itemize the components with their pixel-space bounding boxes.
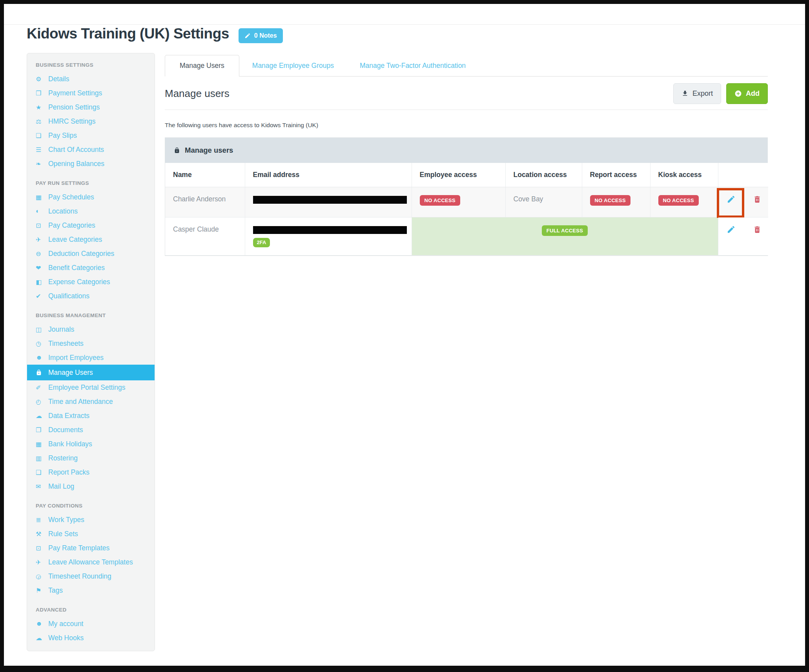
sidebar-item-data-extracts[interactable]: ☁Data Extracts xyxy=(27,409,155,423)
row-actions xyxy=(726,194,769,205)
sidebar-item-time-and-attendance[interactable]: ◴Time and Attendance xyxy=(27,394,155,409)
sidebar-item-label: Pay Rate Templates xyxy=(48,544,109,552)
sidebar-item-label: Timesheet Rounding xyxy=(48,572,111,581)
clock-icon: ◷ xyxy=(36,340,48,347)
sidebar-item-benefit-categories[interactable]: ❤Benefit Categories xyxy=(27,261,155,275)
payslip-icon: ❏ xyxy=(36,132,48,139)
sidebar-item-label: My account xyxy=(48,620,83,628)
sidebar-item-label: Manage Users xyxy=(48,369,93,377)
clock-icon: ◶ xyxy=(36,573,48,580)
sidebar-item-label: Journals xyxy=(48,325,74,334)
sidebar-item-pay-slips[interactable]: ❏Pay Slips xyxy=(27,128,155,142)
main-content: Manage Users Manage Employee Groups Mana… xyxy=(165,55,768,256)
check-icon: ✔ xyxy=(36,292,48,300)
sidebar-item-label: Payment Settings xyxy=(48,89,102,97)
tab-manage-two-factor-authentication[interactable]: Manage Two-Factor Authentication xyxy=(347,55,479,76)
archive-icon: ◧ xyxy=(36,278,48,286)
sidebar-item-tags[interactable]: ⚑Tags xyxy=(27,583,155,597)
minus-circle-icon: ⊖ xyxy=(36,250,48,257)
sidebar-item-bank-holidays[interactable]: ▦Bank Holidays xyxy=(27,437,155,451)
sidebar-item-leave-categories[interactable]: ✈Leave Categories xyxy=(27,232,155,247)
add-button[interactable]: Add xyxy=(726,83,768,104)
sidebar-item-label: Benefit Categories xyxy=(48,264,105,272)
intro-text: The following users have access to Kidow… xyxy=(165,122,768,129)
sidebar-item-deduction-categories[interactable]: ⊖Deduction Categories xyxy=(27,247,155,261)
email-redaction-bar xyxy=(253,196,407,204)
edit-user-button[interactable] xyxy=(726,225,736,235)
trash-icon xyxy=(753,195,762,204)
sidebar-item-label: Employee Portal Settings xyxy=(48,383,126,392)
edit-user-button[interactable] xyxy=(726,194,736,205)
sidebar-item-timesheets[interactable]: ◷Timesheets xyxy=(27,336,155,351)
sidebar-item-pay-categories[interactable]: ⊡Pay Categories xyxy=(27,218,155,232)
sidebar-item-chart-of-accounts[interactable]: ☰Chart Of Accounts xyxy=(27,142,155,157)
delete-user-button[interactable] xyxy=(752,225,762,235)
sidebar-item-label: Details xyxy=(48,75,69,83)
sidebar-item-details[interactable]: ⚙Details xyxy=(27,72,155,86)
heading-row: Manage users Export Add xyxy=(165,83,768,104)
plane-icon: ✈ xyxy=(36,236,48,243)
sidebar-item-employee-portal-settings[interactable]: ✐Employee Portal Settings xyxy=(27,380,155,394)
sidebar-item-label: Chart Of Accounts xyxy=(48,146,104,154)
sidebar-item-report-packs[interactable]: ❑Report Packs xyxy=(27,465,155,479)
sidebar-item-work-types[interactable]: ≣Work Types xyxy=(27,513,155,527)
folder-icon: ❐ xyxy=(36,426,48,434)
sidebar-item-locations[interactable]: ◐Locations xyxy=(27,204,155,218)
sidebar-item-pay-rate-templates[interactable]: ⊡Pay Rate Templates xyxy=(27,541,155,555)
export-button[interactable]: Export xyxy=(673,83,721,104)
no-access-badge: NO ACCESS xyxy=(590,195,631,206)
sidebar-item-label: Timesheets xyxy=(48,340,84,348)
sidebar-item-journals[interactable]: ◫Journals xyxy=(27,322,155,336)
sidebar-item-my-account[interactable]: ☻My account xyxy=(27,617,155,631)
sidebar-item-label: Import Employees xyxy=(48,354,104,362)
sidebar-item-pension-settings[interactable]: ★Pension Settings xyxy=(27,100,155,114)
sidebar-item-timesheet-rounding[interactable]: ◶Timesheet Rounding xyxy=(27,569,155,583)
cloud-icon: ☁ xyxy=(36,634,48,642)
sidebar-item-label: Pay Categories xyxy=(48,221,95,230)
tab-manage-users[interactable]: Manage Users xyxy=(165,55,239,77)
list-icon: ☰ xyxy=(36,146,48,153)
sidebar-item-qualifications[interactable]: ✔Qualifications xyxy=(27,289,155,303)
sidebar-item-rostering[interactable]: ▥Rostering xyxy=(27,451,155,465)
sidebar-item-pay-schedules[interactable]: ▦Pay Schedules xyxy=(27,190,155,204)
sidebar-item-manage-users[interactable]: Manage Users xyxy=(27,365,155,380)
sidebar-item-expense-categories[interactable]: ◧Expense Categories xyxy=(27,275,155,289)
hand-heart-icon: ❤ xyxy=(36,264,48,272)
col-header-employee-access: Employee access xyxy=(412,163,505,187)
banknote-icon: ⊡ xyxy=(36,544,48,552)
sidebar-item-hmrc-settings[interactable]: ⚖HMRC Settings xyxy=(27,114,155,128)
book-icon: ≣ xyxy=(36,516,48,524)
sidebar-item-label: Expense Categories xyxy=(48,278,110,286)
delete-user-button[interactable] xyxy=(752,194,762,205)
sidebar: BUSINESS SETTINGS⚙Details❒Payment Settin… xyxy=(27,53,155,651)
sidebar-item-label: Pay Schedules xyxy=(48,193,94,201)
sidebar-item-label: Tags xyxy=(48,586,63,595)
cell-email: 2FA xyxy=(245,217,412,255)
sidebar-item-label: Deduction Categories xyxy=(48,250,114,258)
col-header-email: Email address xyxy=(245,163,412,187)
sidebar-item-mail-log[interactable]: ✉Mail Log xyxy=(27,479,155,493)
full-access-badge: FULL ACCESS xyxy=(542,225,588,236)
sidebar-item-web-hooks[interactable]: ☁Web Hooks xyxy=(27,631,155,645)
cell-name: Casper Claude xyxy=(165,217,245,255)
sidebar-item-payment-settings[interactable]: ❒Payment Settings xyxy=(27,86,155,100)
notes-badge[interactable]: 0 Notes xyxy=(239,28,283,43)
download-icon xyxy=(681,90,689,97)
table-row-casper-claude: Casper Claude 2FA FULL ACCESS xyxy=(165,217,768,255)
sidebar-item-opening-balances[interactable]: ❧Opening Balances xyxy=(27,157,155,171)
sidebar-item-label: Leave Categories xyxy=(48,236,102,244)
lock-icon xyxy=(36,369,48,376)
panel-header: Manage users xyxy=(165,138,767,163)
tab-manage-employee-groups[interactable]: Manage Employee Groups xyxy=(239,55,347,76)
screenshot-frame: Kidows Training (UK) Settings 0 Notes BU… xyxy=(0,0,809,672)
banknote-icon: ⊡ xyxy=(36,222,48,229)
lock-icon xyxy=(174,147,180,154)
action-buttons: Export Add xyxy=(673,83,768,104)
sidebar-item-documents[interactable]: ❐Documents xyxy=(27,423,155,437)
sidebar-item-leave-allowance-templates[interactable]: ✈Leave Allowance Templates xyxy=(27,555,155,569)
sidebar-item-import-employees[interactable]: ☻Import Employees xyxy=(27,351,155,365)
calendar-clock-icon: ▥ xyxy=(36,455,48,462)
sidebar-item-label: Time and Attendance xyxy=(48,398,113,406)
sidebar-item-rule-sets[interactable]: ⚒Rule Sets xyxy=(27,527,155,541)
cell-report-access: NO ACCESS xyxy=(582,187,650,217)
